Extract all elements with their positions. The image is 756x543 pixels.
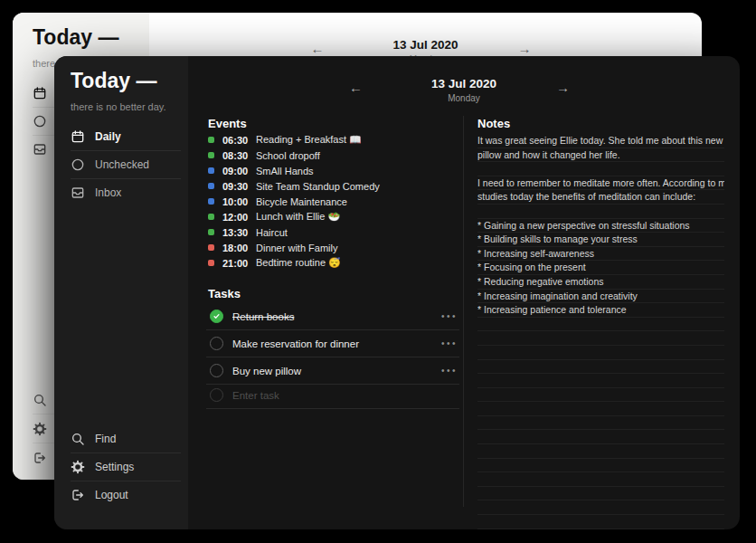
event-title: Dinner with Family	[256, 243, 337, 253]
events-heading: Events	[208, 117, 247, 130]
event-title: Bedtime routine 😴	[256, 257, 341, 269]
note-line: * Increasing imagination and creativity	[477, 290, 724, 304]
note-line: * Focusing on the present	[477, 261, 724, 275]
note-line: studies today the benefits of meditation…	[477, 190, 724, 205]
event-color-dot	[208, 244, 214, 251]
event-color-dot	[208, 137, 214, 143]
task-row[interactable]: Make reservation for dinner •••	[206, 330, 459, 357]
day-label: Monday	[188, 93, 740, 103]
calendar-icon	[33, 86, 47, 100]
note-line	[477, 331, 724, 346]
event-row[interactable]: 08:30 School dropoff	[208, 148, 461, 163]
sidebar-item-logout[interactable]: Logout	[71, 481, 181, 509]
next-day-button[interactable]: →	[556, 80, 570, 95]
new-task-placeholder: Enter task	[232, 390, 279, 401]
note-line	[477, 416, 724, 431]
note-line	[477, 346, 724, 360]
event-time: 10:00	[222, 196, 250, 207]
note-line	[477, 318, 724, 332]
note-line	[477, 459, 724, 473]
sidebar-item-label: Logout	[95, 489, 128, 501]
note-line: * Building skills to manage your stress	[477, 233, 724, 247]
sidebar-item-label: Settings	[95, 461, 134, 473]
event-row[interactable]: 10:00 Bicycle Maintenance	[208, 194, 461, 209]
task-menu-button[interactable]: •••	[441, 366, 459, 376]
event-title: Site Team Standup Comedy	[256, 181, 380, 192]
event-color-dot	[208, 260, 214, 266]
note-line: * Reducing negative emotions	[477, 275, 724, 290]
task-row[interactable]: Buy new pillow •••	[206, 357, 459, 385]
event-time: 12:00	[222, 212, 250, 223]
note-line	[477, 472, 724, 487]
sidebar-item-settings[interactable]: Settings	[71, 453, 181, 481]
new-task-input[interactable]: Enter task	[206, 382, 459, 409]
page-title: Today —	[33, 25, 118, 50]
tasks-heading: Tasks	[208, 287, 241, 300]
logout-icon	[71, 488, 85, 502]
page-subtitle: there is no better day.	[71, 101, 166, 112]
task-menu-button[interactable]: •••	[441, 338, 459, 348]
event-row[interactable]: 09:30 Site Team Standup Comedy	[208, 178, 461, 194]
event-row[interactable]: 12:00 Lunch with Ellie 🥗	[208, 209, 461, 224]
task-label: Return books	[232, 311, 294, 322]
event-time: 06:30	[222, 135, 250, 146]
note-line	[477, 500, 724, 515]
note-line: pillow and how it changed her life.	[477, 148, 724, 163]
task-menu-button[interactable]: •••	[441, 311, 459, 321]
event-color-dot	[208, 183, 214, 189]
notes-heading: Notes	[477, 117, 510, 130]
next-day-button[interactable]: →	[518, 41, 532, 56]
page-title: Today —	[71, 69, 156, 93]
note-line	[477, 402, 724, 416]
search-icon	[71, 432, 85, 446]
new-task-container: Enter task	[206, 382, 459, 409]
event-color-dot	[208, 214, 214, 220]
event-row[interactable]: 21:00 Bedtime routine 😴	[208, 255, 461, 271]
tasks-list: Return books ••• Make reservation for di…	[206, 303, 459, 385]
task-row[interactable]: Return books •••	[206, 303, 459, 330]
note-line	[477, 162, 724, 176]
sidebar-item-label: Inbox	[95, 186, 121, 199]
event-color-dot	[208, 152, 214, 158]
inbox-icon	[71, 186, 85, 200]
event-time: 08:30	[222, 150, 250, 161]
event-title: Lunch with Ellie 🥗	[256, 211, 340, 223]
task-checkbox[interactable]	[210, 310, 223, 323]
gear-icon	[71, 460, 85, 474]
sidebar-item-label: Unchecked	[95, 158, 149, 171]
circle-icon	[71, 157, 85, 172]
event-time: 09:30	[222, 181, 250, 192]
sidebar-item-unchecked[interactable]: Unchecked	[71, 151, 181, 179]
column-divider	[463, 116, 464, 507]
events-list: 06:30 Reading + Breakfast 📖 08:30 School…	[208, 132, 461, 271]
event-row[interactable]: 18:00 Dinner with Family	[208, 240, 461, 255]
sidebar-item-label: Find	[95, 433, 116, 445]
sidebar-item-inbox[interactable]: Inbox	[71, 179, 181, 206]
event-time: 09:00	[222, 166, 250, 176]
note-line	[477, 515, 724, 529]
event-row[interactable]: 09:00 SmAll Hands	[208, 163, 461, 178]
event-time: 21:00	[222, 258, 250, 269]
event-title: Haircut	[256, 227, 288, 238]
event-title: School dropoff	[256, 150, 320, 161]
task-label: Buy new pillow	[232, 366, 301, 376]
event-row[interactable]: 06:30 Reading + Breakfast 📖	[208, 132, 461, 148]
sidebar-item-find[interactable]: Find	[71, 425, 181, 453]
check-icon	[213, 312, 221, 320]
task-checkbox[interactable]	[210, 337, 223, 350]
event-color-dot	[208, 167, 214, 174]
sidebar-item-label: Daily	[95, 130, 121, 143]
date-label: 13 Jul 2020	[149, 38, 702, 52]
event-row[interactable]: 13:30 Haircut	[208, 224, 461, 240]
event-title: SmAll Hands	[256, 166, 314, 176]
calendar-icon	[71, 129, 85, 144]
notes-editor[interactable]: It was great seeing Ellie today. She tol…	[477, 134, 724, 529]
note-line: * Gaining a new perspective on stressful…	[477, 219, 724, 233]
note-line: * Increasing self-awareness	[477, 247, 724, 262]
sidebar-nav: Daily Unchecked Inbox	[71, 123, 181, 206]
note-line: * Increasing patience and tolerance	[477, 303, 724, 318]
note-line	[477, 444, 724, 459]
note-line: I need to remember to meditate more ofte…	[477, 176, 724, 191]
task-checkbox[interactable]	[210, 364, 223, 377]
sidebar-item-daily[interactable]: Daily	[71, 123, 181, 151]
